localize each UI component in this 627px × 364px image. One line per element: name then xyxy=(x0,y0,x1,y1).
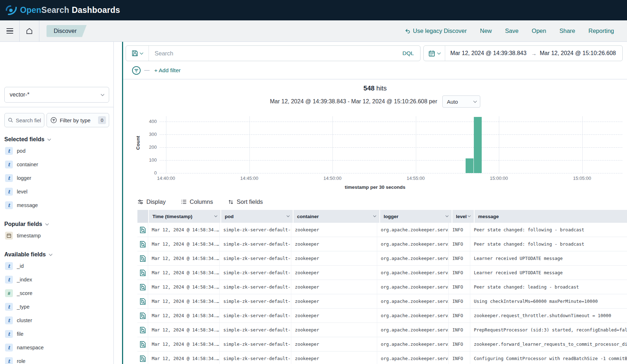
column-header-logger[interactable]: logger xyxy=(380,210,452,223)
interval-select[interactable]: Auto xyxy=(442,95,480,108)
table-row: Mar 12, 2024 @ 14:58:34.…simple-zk-serve… xyxy=(137,237,627,251)
expand-row-button[interactable] xyxy=(137,266,148,280)
nav-use-legacy-discover[interactable]: Use legacy Discover xyxy=(405,28,467,34)
documents-table: Time (timestamp)podcontainerloggerlevelm… xyxy=(137,210,627,364)
hits-count: 548 xyxy=(364,84,375,92)
cell-time: Mar 12, 2024 @ 14:58:34.… xyxy=(148,323,220,337)
calendar-icon xyxy=(428,50,435,57)
display-controls-icon xyxy=(137,199,144,205)
table-row: Mar 12, 2024 @ 14:58:34.…simple-zk-serve… xyxy=(137,223,627,237)
field-item-timestamp[interactable]: timestamp xyxy=(4,229,109,242)
field-search[interactable] xyxy=(4,113,44,127)
date-to[interactable]: Mar 12, 2024 @ 15:10:26.608 xyxy=(540,50,617,56)
menu-button[interactable] xyxy=(0,20,19,41)
expand-row-button[interactable] xyxy=(137,337,148,351)
table-row: Mar 12, 2024 @ 14:58:34.…simple-zk-serve… xyxy=(137,309,627,323)
expand-row-button[interactable] xyxy=(137,294,148,308)
cell-container: zookeeper xyxy=(291,251,377,265)
chevron-down-icon xyxy=(101,92,104,96)
field-name: pod xyxy=(17,148,25,154)
columns-button[interactable]: Columns xyxy=(181,198,213,205)
expand-row-button[interactable] xyxy=(137,223,148,237)
field-item-_type[interactable]: t_type xyxy=(4,300,109,314)
nav-share[interactable]: Share xyxy=(559,28,575,34)
sort-icon xyxy=(228,199,234,205)
nav-save[interactable]: Save xyxy=(505,28,519,34)
nav-new[interactable]: New xyxy=(480,28,492,34)
nav-reporting[interactable]: Reporting xyxy=(588,28,614,34)
y-tick-label: 400 xyxy=(142,119,157,124)
column-header-message[interactable]: message xyxy=(475,210,627,223)
field-item-logger[interactable]: tlogger xyxy=(4,171,109,185)
cell-level: INFO xyxy=(449,337,470,351)
cell-message: PrepRequestProcessor (sid:3) started, re… xyxy=(470,323,627,337)
field-item-container[interactable]: tcontainer xyxy=(4,158,109,171)
add-filter-link[interactable]: + Add filter xyxy=(154,67,181,74)
field-item-pod[interactable]: tpod xyxy=(4,144,109,158)
gridline-y-200 xyxy=(160,147,622,148)
expand-row-button[interactable] xyxy=(137,251,148,265)
field-item-role[interactable]: trole xyxy=(4,354,109,364)
field-name: _score xyxy=(17,290,33,296)
expand-row-button[interactable] xyxy=(137,309,148,323)
histogram-bar-14:58:00[interactable] xyxy=(466,158,473,173)
search-input[interactable] xyxy=(149,50,396,57)
sort-fields-button[interactable]: Sort fields xyxy=(228,198,263,205)
column-header-pod[interactable]: pod xyxy=(221,210,293,223)
field-item-level[interactable]: tlevel xyxy=(4,185,109,198)
cell-pod: simple-zk-server-default-2 xyxy=(220,280,291,294)
expand-row-button[interactable] xyxy=(137,351,148,364)
filter-group-icon[interactable] xyxy=(132,66,141,75)
home-button[interactable] xyxy=(20,20,39,41)
expand-row-button[interactable] xyxy=(137,323,148,337)
section-title-available-fields[interactable]: Available fields xyxy=(4,251,109,258)
histogram-x-axis: 14:40:0014:45:0014:50:0014:55:0015:00:00… xyxy=(123,173,627,182)
cell-container: zookeeper xyxy=(291,266,377,280)
section-title-selected-fields[interactable]: Selected fields xyxy=(4,136,109,143)
field-item-message[interactable]: tmessage xyxy=(4,198,109,212)
field-search-input[interactable] xyxy=(16,117,41,123)
expand-row-button[interactable] xyxy=(137,237,148,251)
filter-icon xyxy=(50,117,57,123)
field-name: _type xyxy=(17,304,29,310)
divider xyxy=(39,20,39,41)
histogram-bar-14:58:30[interactable] xyxy=(474,117,482,173)
index-pattern-select[interactable]: vector-* xyxy=(4,87,109,103)
field-item-_score[interactable]: #_score xyxy=(4,286,109,300)
interval-value: Auto xyxy=(447,99,458,105)
column-header-container[interactable]: container xyxy=(293,210,379,223)
cell-container: zookeeper xyxy=(291,337,377,351)
cell-level: INFO xyxy=(449,280,470,294)
cell-level: INFO xyxy=(449,237,470,251)
field-item-_index[interactable]: t_index xyxy=(4,273,109,286)
saved-query-button[interactable] xyxy=(126,46,149,61)
expand-row-button[interactable] xyxy=(137,280,148,294)
chevron-down-icon xyxy=(49,252,52,256)
field-item-_id[interactable]: t_id xyxy=(4,259,109,273)
breadcrumb[interactable]: Discover xyxy=(47,25,87,37)
filter-by-type-button[interactable]: Filter by type 0 xyxy=(47,113,109,127)
section-title-popular-fields[interactable]: Popular fields xyxy=(4,221,109,227)
home-icon xyxy=(25,27,33,35)
discover-main: DQL Mar 12, 2024 @ 14:39:38.843 → Mar 12… xyxy=(123,42,627,364)
column-header-level[interactable]: level xyxy=(452,210,474,223)
cell-container: zookeeper xyxy=(291,351,377,364)
field-name: logger xyxy=(17,175,31,181)
display-button[interactable]: Display xyxy=(137,198,166,205)
string-type-icon: t xyxy=(5,303,13,311)
nav-open[interactable]: Open xyxy=(532,28,546,34)
fields-sidebar: vector-* Filter by type 0 Selected field… xyxy=(0,42,114,364)
date-from[interactable]: Mar 12, 2024 @ 14:39:38.843 xyxy=(445,50,528,56)
date-quick-select[interactable] xyxy=(424,46,445,61)
chevron-down-icon xyxy=(373,214,376,217)
query-language-button[interactable]: DQL xyxy=(396,50,420,56)
field-item-namespace[interactable]: tnamespace xyxy=(4,341,109,354)
field-item-file[interactable]: tfile xyxy=(4,327,109,341)
histogram-chart[interactable]: 0100200300400Count xyxy=(123,114,627,173)
gridline-y-400 xyxy=(160,122,622,122)
sidebar-resizer[interactable] xyxy=(114,42,123,364)
toolbar: Discover Use legacy DiscoverNewSaveOpenS… xyxy=(0,20,627,42)
column-header-time-timestamp-[interactable]: Time (timestamp) xyxy=(149,210,220,223)
field-item-cluster[interactable]: tcluster xyxy=(4,314,109,327)
gridline-x xyxy=(332,116,333,173)
